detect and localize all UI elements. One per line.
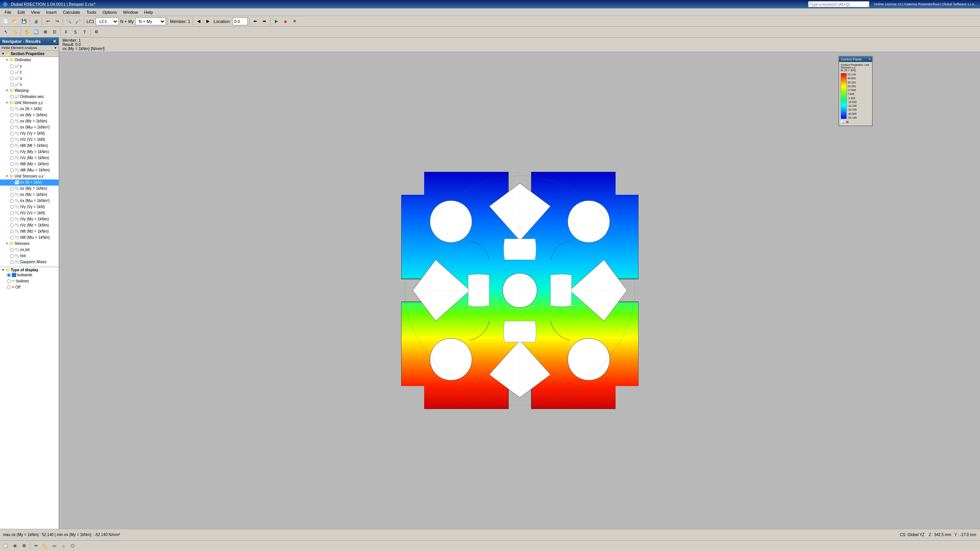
menu-item-edit[interactable]: Edit	[15, 9, 28, 15]
tree-sigma-xtot[interactable]: 📉 σx,tot	[0, 247, 59, 253]
n-my-combo[interactable]: N + My	[135, 18, 166, 25]
cp-close-button[interactable]: ×	[869, 57, 871, 61]
radio-tau-vz[interactable]	[10, 138, 14, 142]
menu-item-help[interactable]: Help	[141, 9, 156, 15]
radio-sigma-mw-yz[interactable]	[10, 126, 14, 129]
tree-toggle-warping[interactable]: ▼	[5, 88, 9, 93]
tree-tau-mt-mz-uv[interactable]: 📉 τMt (Mz = 1kNm)	[0, 228, 59, 235]
tree-tau-mt-mw-uv[interactable]: 📉 τMt (Mω = 1kNm)	[0, 235, 59, 241]
toggle-stresses[interactable]: ▼	[5, 241, 9, 246]
bottom-draw3[interactable]: ▭	[50, 542, 59, 550]
menu-item-file[interactable]: File	[2, 9, 15, 15]
radio-tau-mt-mz[interactable]	[10, 162, 14, 166]
tree-sigma-my-yz[interactable]: 📉 σx (My = 1kNm)	[0, 112, 59, 118]
radio-y[interactable]	[10, 64, 14, 68]
move-button[interactable]: ✋	[23, 28, 31, 36]
type-display-toggle[interactable]: ▼	[2, 268, 5, 272]
tree-tau-vz[interactable]: 📉 τVz (Vz = 1kN)	[0, 137, 59, 143]
tree-u[interactable]: 📈 u	[0, 75, 59, 82]
radio-gasperin[interactable]	[10, 260, 14, 264]
menu-item-insert[interactable]: Insert	[43, 9, 60, 15]
bottom-settings-button[interactable]: ⚙	[20, 542, 28, 550]
nav-next-button[interactable]: ➡	[260, 17, 269, 26]
tree-z[interactable]: 📈 z	[0, 69, 59, 75]
menu-item-window[interactable]: Window	[120, 9, 141, 15]
radio-isobands[interactable]	[7, 273, 11, 277]
tree-ordinates-wsc[interactable]: 📈 Ordinates wsc	[0, 94, 59, 100]
zoom-in-button[interactable]: 🔍	[65, 17, 73, 26]
tree-sigma-mw-yz[interactable]: 📉 σx (Mω = 1kNm²)	[0, 124, 59, 130]
display-isobands[interactable]: 🟦 Isobands	[2, 272, 57, 278]
radio-tau-mt-mw-uv[interactable]	[10, 236, 14, 240]
tree-tau-mt-mw[interactable]: 📉 τMt (Mω = 1kNm)	[0, 167, 59, 173]
tree-v[interactable]: 📈 v	[0, 82, 59, 88]
navigator-tab[interactable]: Finite Element Analysis ▼	[0, 45, 59, 51]
tree-tau-vz-mz-uv[interactable]: 📉 τVz (Mz = 1kNm)	[0, 222, 59, 228]
bottom-draw1[interactable]: ✏	[32, 542, 40, 550]
tree-sigma-n-uv-selected[interactable]: 📉 σx (N = 1kN)	[0, 179, 59, 186]
save-button[interactable]: 💾	[20, 17, 28, 26]
radio-sigma-xtot[interactable]	[10, 248, 14, 252]
redo-button[interactable]: ↪	[53, 17, 61, 26]
sp-expand-icon[interactable]: ▼	[2, 52, 5, 55]
bottom-results-button[interactable]: 📋	[2, 542, 10, 550]
canvas-viewport[interactable]: Control Panel × Surface Properties: Unit…	[59, 52, 980, 529]
radio-sigma-mz-yz[interactable]	[10, 119, 14, 123]
radio-z[interactable]	[10, 70, 14, 74]
radio-tau-vy-uv[interactable]	[10, 205, 14, 209]
tree-tau-vy-uv[interactable]: 📉 τVy (Vy = 1kN)	[0, 204, 59, 210]
left-arrow-button[interactable]: ◀	[194, 17, 203, 26]
radio-wsc[interactable]	[10, 95, 14, 99]
tree-y[interactable]: 📈 y	[0, 63, 59, 69]
right-arrow-button[interactable]: ▶	[204, 17, 212, 26]
view-front-button[interactable]: F	[62, 28, 70, 36]
start-calc-button[interactable]: ▶	[272, 17, 281, 26]
menu-item-options[interactable]: Options	[99, 9, 120, 15]
lc-combo[interactable]: LC1	[96, 18, 119, 25]
properties-button[interactable]: ⚙	[92, 28, 101, 36]
bottom-view-button[interactable]: 👁	[11, 542, 19, 550]
tree-unit-stresses-uv-folder[interactable]: ▼ 📁 Unit Stresses u,v	[0, 173, 59, 179]
menu-item-calculate[interactable]: Calculate	[60, 9, 83, 15]
tree-tau-tot[interactable]: 📉 τtot	[0, 253, 59, 259]
radio-tau-vz-mz[interactable]	[10, 156, 14, 160]
bottom-draw2[interactable]: 📐	[41, 542, 49, 550]
tree-sigma-mz-yz[interactable]: 📉 σx (Mz = 1kNm)	[0, 118, 59, 124]
tree-sigma-mz-uv[interactable]: 📉 σx (Mz = 1kNm)	[0, 192, 59, 198]
tree-sigma-mw-uv[interactable]: 📉 σx (Mω = 1kNm²)	[0, 198, 59, 204]
radio-v[interactable]	[10, 83, 14, 86]
radio-u[interactable]	[10, 77, 14, 80]
tree-ordinates-folder[interactable]: ▼ 📁 Ordinates	[0, 57, 59, 63]
tree-sigma-my-uv[interactable]: 📉 σx (My = 1kNm)	[0, 186, 59, 192]
bottom-draw4[interactable]: ○	[59, 542, 68, 550]
radio-tau-mt-yz[interactable]	[10, 144, 14, 148]
radio-tau-mt-mw[interactable]	[10, 168, 14, 172]
radio-off[interactable]	[7, 285, 11, 289]
tree-tau-vz-uv[interactable]: 📉 τVz (Vz = 1kN)	[0, 210, 59, 216]
tree-tau-vy[interactable]: 📉 τVy (Vy = 1kN)	[0, 130, 59, 137]
radio-isolines[interactable]	[7, 279, 11, 283]
tree-tau-mt-mz[interactable]: 📉 τMt (Mz = 1kNm)	[0, 161, 59, 167]
radio-sigma-mz-uv[interactable]	[10, 193, 14, 197]
new-button[interactable]: 📄	[2, 17, 10, 26]
navigator-close-icon[interactable]: ✕	[53, 39, 56, 44]
nav-prev-button[interactable]: ⬅	[251, 17, 260, 26]
menu-item-tools[interactable]: Tools	[83, 9, 100, 15]
display-isolines[interactable]: 〰 Isolines	[2, 278, 57, 284]
tree-toggle-ordinates[interactable]: ▼	[5, 57, 9, 63]
location-input[interactable]	[232, 18, 248, 25]
tree-warping-folder[interactable]: ▼ 📁 Warping	[0, 88, 59, 94]
search-input[interactable]	[808, 1, 869, 7]
view-side-button[interactable]: S	[71, 28, 80, 36]
display-off[interactable]: ✕ Off	[2, 284, 57, 290]
tree-unit-stresses-yz-folder[interactable]: ▼ 📁 Unit Stresses y,z	[0, 100, 59, 106]
tree-tau-mt-yz[interactable]: 📉 τMt (Mt = 1kNm)	[0, 143, 59, 149]
radio-tau-vz-uv[interactable]	[10, 211, 14, 215]
bottom-draw5[interactable]: ⬡	[69, 542, 77, 550]
tree-stresses-folder[interactable]: ▼ 📁 Stresses	[0, 241, 59, 247]
radio-tau-tot[interactable]	[10, 254, 14, 258]
radio-tau-vy-my-uv[interactable]	[10, 217, 14, 221]
tree-tau-vy-my[interactable]: 📉 τVy (My = 1kNm)	[0, 149, 59, 155]
print-button[interactable]: 🖨	[32, 17, 40, 26]
view-top-button[interactable]: T	[80, 28, 89, 36]
